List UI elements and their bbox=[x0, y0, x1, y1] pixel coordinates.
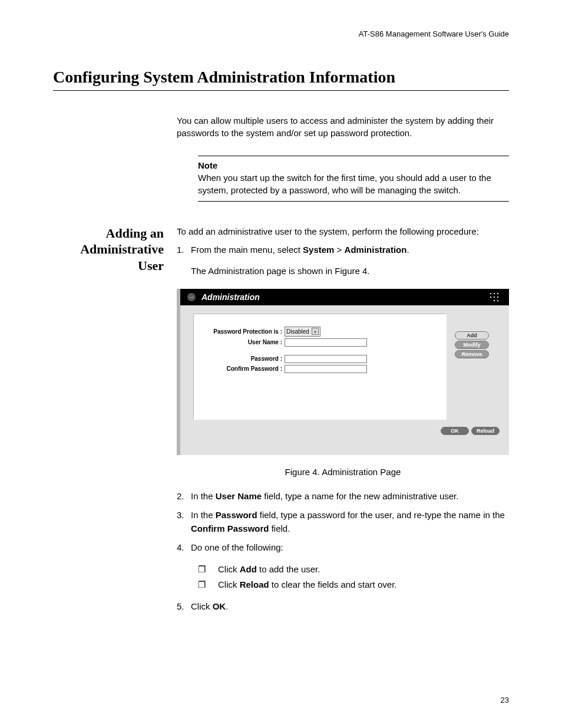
figure-admin-page: → Administration Password Protection is … bbox=[177, 289, 509, 455]
step-text: Click bbox=[191, 601, 213, 611]
step-4: 4. Do one of the following: ❐ Click Add … bbox=[177, 541, 509, 594]
username-label: User Name : bbox=[194, 339, 285, 345]
field-password: Password bbox=[216, 510, 257, 520]
substep-reload: ❐ Click Reload to clear the fields and s… bbox=[191, 578, 509, 592]
step-text: > bbox=[334, 245, 344, 255]
side-buttons: Add Modify Remove bbox=[455, 331, 489, 420]
step-number: 2. bbox=[177, 490, 191, 503]
pwd-protection-select[interactable]: Disabled v bbox=[285, 327, 320, 337]
step-text: In the bbox=[191, 510, 216, 520]
bullet-icon: ❐ bbox=[191, 563, 218, 577]
menu-administration: Administration bbox=[345, 245, 407, 255]
menu-system: System bbox=[303, 245, 334, 255]
step-text: . bbox=[406, 245, 409, 255]
section-lead: To add an administrative user to the sys… bbox=[177, 225, 509, 238]
step-follow-text: The Administration page is shown in Figu… bbox=[191, 265, 509, 278]
substep-text: Click bbox=[218, 579, 240, 589]
modify-button[interactable]: Modify bbox=[455, 341, 489, 349]
password-label: Password : bbox=[194, 355, 285, 362]
bullet-icon: ❐ bbox=[191, 578, 218, 592]
step-text: In the bbox=[191, 491, 216, 501]
confirm-password-label: Confirm Password : bbox=[194, 365, 285, 372]
step-text: From the main menu, select bbox=[191, 245, 303, 255]
running-header: AT-S86 Management Software User's Guide bbox=[53, 29, 509, 38]
remove-button[interactable]: Remove bbox=[455, 350, 489, 358]
substep-text: to add the user. bbox=[257, 564, 320, 574]
btn-ok-ref: OK bbox=[213, 601, 226, 611]
step-text: field, type a name for the new administr… bbox=[262, 491, 458, 501]
admin-form-panel: Password Protection is : Disabled v User… bbox=[193, 314, 447, 420]
arrow-icon: → bbox=[187, 293, 196, 301]
step-text: Do one of the following: bbox=[191, 541, 509, 555]
step-number: 5. bbox=[177, 600, 191, 614]
btn-reload-ref: Reload bbox=[240, 579, 269, 589]
password-input[interactable] bbox=[285, 355, 367, 363]
confirm-password-input[interactable] bbox=[285, 365, 367, 373]
substep-add: ❐ Click Add to add the user. bbox=[191, 563, 509, 577]
chevron-down-icon: v bbox=[312, 328, 319, 335]
field-confirm-password: Confirm Password bbox=[191, 523, 269, 533]
step-number: 3. bbox=[177, 509, 191, 535]
reload-button[interactable]: Reload bbox=[471, 427, 500, 435]
substep-text: to clear the fields and start over. bbox=[269, 579, 397, 589]
footer-buttons: OK Reload bbox=[180, 427, 503, 435]
note-text: When you start up the switch for the fir… bbox=[198, 173, 491, 195]
intro-paragraph: You can allow multiple users to access a… bbox=[177, 114, 509, 139]
pwd-protection-value: Disabled bbox=[286, 328, 309, 335]
step-text: field. bbox=[269, 523, 290, 533]
note-box: Note When you start up the switch for th… bbox=[198, 156, 509, 202]
substep-text: Click bbox=[218, 564, 240, 574]
pwd-protection-label: Password Protection is : bbox=[194, 328, 285, 335]
figure-titlebar: → Administration bbox=[180, 289, 509, 305]
step-2: 2. In the User Name field, type a name f… bbox=[177, 490, 509, 503]
step-1: 1. From the main menu, select System > A… bbox=[177, 243, 509, 278]
btn-add-ref: Add bbox=[240, 564, 257, 574]
add-button[interactable]: Add bbox=[455, 331, 489, 340]
step-number: 1. bbox=[177, 243, 191, 278]
step-number: 4. bbox=[177, 541, 191, 594]
logo-icon bbox=[489, 292, 502, 302]
step-5: 5. Click OK. bbox=[177, 600, 509, 614]
section-side-heading: Adding an Administrative User bbox=[52, 225, 164, 274]
figure-title: Administration bbox=[201, 292, 260, 302]
field-username: User Name bbox=[216, 491, 262, 501]
step-text: . bbox=[226, 601, 228, 611]
step-3: 3. In the Password field, type a passwor… bbox=[177, 509, 509, 535]
figure-caption: Figure 4. Administration Page bbox=[177, 467, 509, 477]
page-number: 23 bbox=[501, 696, 509, 704]
step-text: field, type a password for the user, and… bbox=[257, 510, 505, 520]
page-title: Configuring System Administration Inform… bbox=[53, 68, 509, 91]
note-label: Note bbox=[198, 160, 509, 172]
username-input[interactable] bbox=[285, 338, 367, 347]
ok-button[interactable]: OK bbox=[441, 427, 469, 435]
